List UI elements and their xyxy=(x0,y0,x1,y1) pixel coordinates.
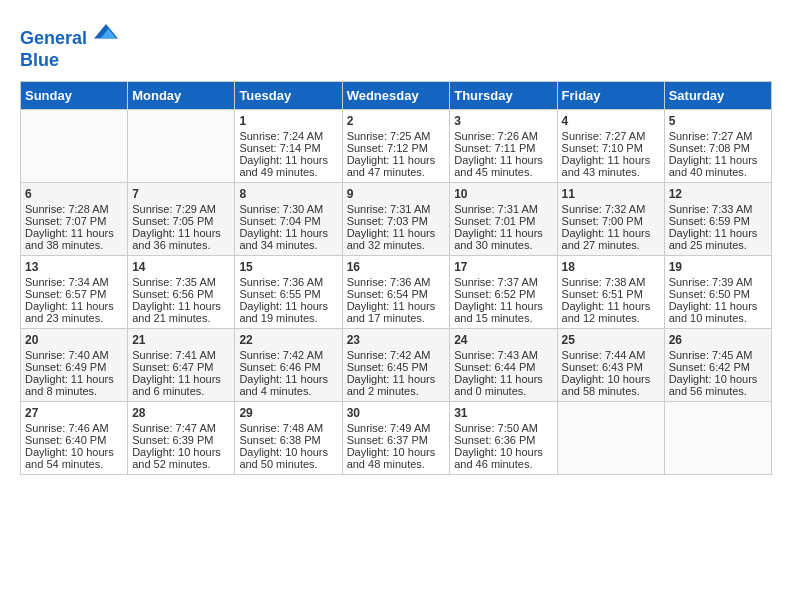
daylight-text: Daylight: 10 hours and 46 minutes. xyxy=(454,446,543,470)
sunset-text: Sunset: 7:00 PM xyxy=(562,215,643,227)
day-number: 26 xyxy=(669,333,767,347)
calendar-cell: 23Sunrise: 7:42 AMSunset: 6:45 PMDayligh… xyxy=(342,328,450,401)
day-number: 14 xyxy=(132,260,230,274)
day-number: 8 xyxy=(239,187,337,201)
sunrise-text: Sunrise: 7:28 AM xyxy=(25,203,109,215)
daylight-text: Daylight: 11 hours and 45 minutes. xyxy=(454,154,543,178)
daylight-text: Daylight: 11 hours and 21 minutes. xyxy=(132,300,221,324)
sunset-text: Sunset: 6:55 PM xyxy=(239,288,320,300)
sunrise-text: Sunrise: 7:42 AM xyxy=(347,349,431,361)
calendar-cell: 25Sunrise: 7:44 AMSunset: 6:43 PMDayligh… xyxy=(557,328,664,401)
calendar-cell: 14Sunrise: 7:35 AMSunset: 6:56 PMDayligh… xyxy=(128,255,235,328)
daylight-text: Daylight: 11 hours and 17 minutes. xyxy=(347,300,436,324)
daylight-text: Daylight: 10 hours and 56 minutes. xyxy=(669,373,758,397)
sunset-text: Sunset: 7:01 PM xyxy=(454,215,535,227)
day-number: 19 xyxy=(669,260,767,274)
day-number: 10 xyxy=(454,187,552,201)
week-row-4: 20Sunrise: 7:40 AMSunset: 6:49 PMDayligh… xyxy=(21,328,772,401)
calendar-cell: 2Sunrise: 7:25 AMSunset: 7:12 PMDaylight… xyxy=(342,109,450,182)
day-number: 13 xyxy=(25,260,123,274)
sunrise-text: Sunrise: 7:30 AM xyxy=(239,203,323,215)
day-number: 21 xyxy=(132,333,230,347)
logo-icon xyxy=(94,20,118,44)
sunrise-text: Sunrise: 7:38 AM xyxy=(562,276,646,288)
sunset-text: Sunset: 6:47 PM xyxy=(132,361,213,373)
calendar-header: SundayMondayTuesdayWednesdayThursdayFrid… xyxy=(21,81,772,109)
calendar-cell: 10Sunrise: 7:31 AMSunset: 7:01 PMDayligh… xyxy=(450,182,557,255)
sunrise-text: Sunrise: 7:40 AM xyxy=(25,349,109,361)
daylight-text: Daylight: 11 hours and 4 minutes. xyxy=(239,373,328,397)
day-number: 24 xyxy=(454,333,552,347)
day-number: 18 xyxy=(562,260,660,274)
sunset-text: Sunset: 6:38 PM xyxy=(239,434,320,446)
logo: General Blue xyxy=(20,20,118,71)
calendar-cell: 7Sunrise: 7:29 AMSunset: 7:05 PMDaylight… xyxy=(128,182,235,255)
calendar-cell: 22Sunrise: 7:42 AMSunset: 6:46 PMDayligh… xyxy=(235,328,342,401)
header-tuesday: Tuesday xyxy=(235,81,342,109)
sunrise-text: Sunrise: 7:39 AM xyxy=(669,276,753,288)
header-monday: Monday xyxy=(128,81,235,109)
day-number: 7 xyxy=(132,187,230,201)
daylight-text: Daylight: 11 hours and 43 minutes. xyxy=(562,154,651,178)
day-number: 11 xyxy=(562,187,660,201)
daylight-text: Daylight: 11 hours and 2 minutes. xyxy=(347,373,436,397)
header-row: SundayMondayTuesdayWednesdayThursdayFrid… xyxy=(21,81,772,109)
day-number: 15 xyxy=(239,260,337,274)
sunset-text: Sunset: 7:03 PM xyxy=(347,215,428,227)
day-number: 23 xyxy=(347,333,446,347)
sunset-text: Sunset: 6:45 PM xyxy=(347,361,428,373)
daylight-text: Daylight: 11 hours and 27 minutes. xyxy=(562,227,651,251)
day-number: 5 xyxy=(669,114,767,128)
sunrise-text: Sunrise: 7:36 AM xyxy=(239,276,323,288)
daylight-text: Daylight: 11 hours and 36 minutes. xyxy=(132,227,221,251)
sunset-text: Sunset: 7:14 PM xyxy=(239,142,320,154)
day-number: 9 xyxy=(347,187,446,201)
week-row-2: 6Sunrise: 7:28 AMSunset: 7:07 PMDaylight… xyxy=(21,182,772,255)
calendar-cell xyxy=(21,109,128,182)
calendar-cell: 31Sunrise: 7:50 AMSunset: 6:36 PMDayligh… xyxy=(450,401,557,474)
calendar-table: SundayMondayTuesdayWednesdayThursdayFrid… xyxy=(20,81,772,475)
header-sunday: Sunday xyxy=(21,81,128,109)
calendar-cell: 18Sunrise: 7:38 AMSunset: 6:51 PMDayligh… xyxy=(557,255,664,328)
header-thursday: Thursday xyxy=(450,81,557,109)
week-row-1: 1Sunrise: 7:24 AMSunset: 7:14 PMDaylight… xyxy=(21,109,772,182)
sunset-text: Sunset: 7:10 PM xyxy=(562,142,643,154)
sunrise-text: Sunrise: 7:37 AM xyxy=(454,276,538,288)
day-number: 31 xyxy=(454,406,552,420)
day-number: 27 xyxy=(25,406,123,420)
calendar-cell: 4Sunrise: 7:27 AMSunset: 7:10 PMDaylight… xyxy=(557,109,664,182)
day-number: 2 xyxy=(347,114,446,128)
calendar-cell: 6Sunrise: 7:28 AMSunset: 7:07 PMDaylight… xyxy=(21,182,128,255)
daylight-text: Daylight: 11 hours and 10 minutes. xyxy=(669,300,758,324)
calendar-cell: 16Sunrise: 7:36 AMSunset: 6:54 PMDayligh… xyxy=(342,255,450,328)
sunset-text: Sunset: 6:57 PM xyxy=(25,288,106,300)
calendar-cell: 9Sunrise: 7:31 AMSunset: 7:03 PMDaylight… xyxy=(342,182,450,255)
sunset-text: Sunset: 6:59 PM xyxy=(669,215,750,227)
sunset-text: Sunset: 7:07 PM xyxy=(25,215,106,227)
day-number: 17 xyxy=(454,260,552,274)
calendar-cell: 8Sunrise: 7:30 AMSunset: 7:04 PMDaylight… xyxy=(235,182,342,255)
sunrise-text: Sunrise: 7:25 AM xyxy=(347,130,431,142)
daylight-text: Daylight: 10 hours and 50 minutes. xyxy=(239,446,328,470)
daylight-text: Daylight: 10 hours and 52 minutes. xyxy=(132,446,221,470)
calendar-cell: 11Sunrise: 7:32 AMSunset: 7:00 PMDayligh… xyxy=(557,182,664,255)
sunrise-text: Sunrise: 7:45 AM xyxy=(669,349,753,361)
sunrise-text: Sunrise: 7:32 AM xyxy=(562,203,646,215)
calendar-cell xyxy=(557,401,664,474)
calendar-cell: 12Sunrise: 7:33 AMSunset: 6:59 PMDayligh… xyxy=(664,182,771,255)
sunrise-text: Sunrise: 7:31 AM xyxy=(454,203,538,215)
calendar-cell: 24Sunrise: 7:43 AMSunset: 6:44 PMDayligh… xyxy=(450,328,557,401)
sunrise-text: Sunrise: 7:26 AM xyxy=(454,130,538,142)
daylight-text: Daylight: 11 hours and 19 minutes. xyxy=(239,300,328,324)
sunrise-text: Sunrise: 7:49 AM xyxy=(347,422,431,434)
calendar-cell xyxy=(128,109,235,182)
sunrise-text: Sunrise: 7:33 AM xyxy=(669,203,753,215)
daylight-text: Daylight: 11 hours and 12 minutes. xyxy=(562,300,651,324)
sunrise-text: Sunrise: 7:43 AM xyxy=(454,349,538,361)
day-number: 25 xyxy=(562,333,660,347)
sunset-text: Sunset: 6:39 PM xyxy=(132,434,213,446)
calendar-cell: 15Sunrise: 7:36 AMSunset: 6:55 PMDayligh… xyxy=(235,255,342,328)
sunset-text: Sunset: 6:36 PM xyxy=(454,434,535,446)
daylight-text: Daylight: 11 hours and 40 minutes. xyxy=(669,154,758,178)
calendar-cell: 27Sunrise: 7:46 AMSunset: 6:40 PMDayligh… xyxy=(21,401,128,474)
